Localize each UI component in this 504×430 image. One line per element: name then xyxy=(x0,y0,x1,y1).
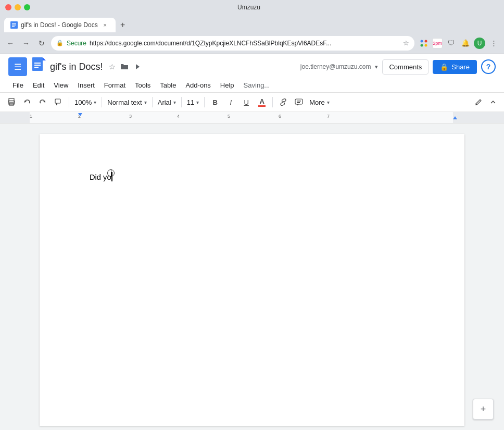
toolbar-divider-5 xyxy=(204,97,205,107)
ruler-mark-5: 6 xyxy=(279,114,281,119)
svg-marker-12 xyxy=(136,64,140,69)
svg-point-5 xyxy=(425,40,427,42)
addons-menu[interactable]: Add-ons xyxy=(181,79,215,91)
undo-button[interactable] xyxy=(20,95,34,109)
tab-close-button[interactable]: × xyxy=(101,21,109,29)
fab-button[interactable]: + xyxy=(473,399,494,420)
saving-indicator: Saving... xyxy=(244,81,270,89)
editing-mode-button[interactable] xyxy=(472,95,485,109)
avatar-icon[interactable]: U xyxy=(474,38,485,49)
font-selector[interactable]: Arial ▾ xyxy=(156,95,178,109)
zoom-chevron: ▾ xyxy=(94,100,96,105)
zoom-value: 100% xyxy=(74,99,92,106)
docs-menu-icon[interactable]: ☰ xyxy=(8,57,27,76)
help-button[interactable]: ? xyxy=(481,59,496,74)
more-options-icon[interactable]: ⋮ xyxy=(487,37,500,50)
insert-comment-button[interactable] xyxy=(292,95,306,109)
collapse-icon xyxy=(489,99,497,106)
calendar-extension-icon[interactable]: 2pm xyxy=(432,38,443,48)
underline-button[interactable]: U xyxy=(239,95,254,109)
font-chevron: ▾ xyxy=(173,100,176,105)
more-chevron: ▾ xyxy=(327,100,330,105)
docs-title-area: ☰ gif's in Docs! ☆ xyxy=(8,57,142,76)
ruler-mark-3: 4 xyxy=(177,114,180,119)
tab-title: gif's in Docs! - Google Docs xyxy=(21,21,98,29)
link-icon xyxy=(279,99,287,106)
minimize-window-button[interactable] xyxy=(15,4,21,10)
svg-rect-19 xyxy=(56,103,57,105)
toolbar-divider-6 xyxy=(272,97,273,107)
right-indent-marker[interactable] xyxy=(453,116,457,119)
active-tab[interactable]: gif's in Docs! - Google Docs × xyxy=(4,18,116,32)
text-caret xyxy=(111,172,112,181)
edit-menu[interactable]: Edit xyxy=(29,79,48,91)
more-selector[interactable]: More ▾ xyxy=(307,95,332,109)
move-icon[interactable] xyxy=(132,62,142,72)
close-window-button[interactable] xyxy=(5,4,11,10)
toolbar-divider-2 xyxy=(102,97,102,107)
address-bar[interactable]: 🔒 Secure https://docs.google.com/documen… xyxy=(51,36,414,51)
share-button[interactable]: 🔒 Share xyxy=(433,60,477,74)
left-indent-marker[interactable] xyxy=(78,113,82,116)
file-menu[interactable]: File xyxy=(8,79,28,91)
document-content: Did yo xyxy=(90,173,111,181)
pencil-icon xyxy=(475,99,482,106)
ruler-mark-2: 3 xyxy=(129,114,132,119)
new-tab-button[interactable]: + xyxy=(116,18,130,32)
collapse-toolbar-button[interactable] xyxy=(486,95,500,109)
svg-rect-3 xyxy=(12,26,15,27)
redo-button[interactable] xyxy=(35,95,50,109)
docs-menubar: File Edit View Insert Format Tools Table… xyxy=(8,78,496,92)
star-icon[interactable]: ☆ xyxy=(107,62,117,72)
browser-chrome: ← → ↻ 🔒 Secure https://docs.google.com/d… xyxy=(0,32,504,54)
forward-button[interactable]: → xyxy=(20,37,32,50)
print-icon xyxy=(7,98,16,106)
ruler-mark-0: 1 xyxy=(30,114,32,119)
docs-logo xyxy=(31,57,46,76)
text-color-button[interactable]: A xyxy=(255,95,269,109)
browser-extension-area: 2pm 🛡 🔔 U ⋮ xyxy=(418,37,500,50)
svg-rect-11 xyxy=(34,67,39,68)
refresh-button[interactable]: ↻ xyxy=(35,37,48,50)
style-selector[interactable]: Normal text ▾ xyxy=(105,95,148,109)
table-menu[interactable]: Table xyxy=(156,79,180,91)
ruler-mark-4: 5 xyxy=(228,114,230,119)
svg-rect-23 xyxy=(297,102,300,103)
undo-icon xyxy=(23,98,31,106)
svg-point-6 xyxy=(421,44,423,46)
bold-button[interactable]: B xyxy=(208,95,222,109)
comments-button[interactable]: Comments xyxy=(382,59,429,75)
svg-rect-22 xyxy=(297,101,301,102)
zoom-selector[interactable]: 100% ▾ xyxy=(72,95,98,109)
comment-icon xyxy=(295,99,303,106)
font-size-selector[interactable]: 11 ▾ xyxy=(185,95,201,109)
insert-menu[interactable]: Insert xyxy=(73,79,99,91)
document-text[interactable]: Did yo xyxy=(90,171,414,183)
folder-icon[interactable] xyxy=(119,62,130,72)
back-button[interactable]: ← xyxy=(4,37,17,50)
help-menu[interactable]: Help xyxy=(216,79,238,91)
view-menu[interactable]: View xyxy=(49,79,72,91)
bookmark-icon[interactable]: ☆ xyxy=(403,39,409,47)
document-area[interactable]: Did yo xyxy=(0,124,504,430)
tools-menu[interactable]: Tools xyxy=(131,79,155,91)
paint-icon xyxy=(54,98,62,106)
tab-bar: gif's in Docs! - Google Docs × + xyxy=(0,15,504,32)
italic-button[interactable]: I xyxy=(223,95,238,109)
svg-rect-8 xyxy=(32,57,43,71)
google-apps-icon[interactable] xyxy=(418,37,430,50)
print-button[interactable] xyxy=(4,95,19,109)
format-menu[interactable]: Format xyxy=(100,79,130,91)
user-dropdown-icon[interactable]: ▾ xyxy=(375,64,378,70)
hamburger-icon: ☰ xyxy=(14,62,21,72)
insert-link-button[interactable] xyxy=(276,95,291,109)
paint-format-button[interactable] xyxy=(51,95,66,109)
svg-rect-2 xyxy=(12,24,16,25)
share-lock-icon: 🔒 xyxy=(440,63,448,71)
shield-extension-icon[interactable]: 🛡 xyxy=(445,37,457,50)
maximize-window-button[interactable] xyxy=(24,4,30,10)
notifications-icon[interactable]: 🔔 xyxy=(459,37,472,50)
toolbar-divider-1 xyxy=(69,97,69,107)
font-size-chevron: ▾ xyxy=(196,100,199,105)
svg-point-7 xyxy=(425,44,427,46)
